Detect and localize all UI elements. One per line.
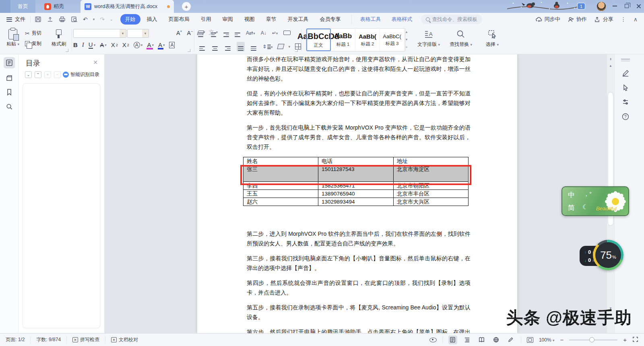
style-item[interactable]: AaBb( 标题 2 [355, 29, 380, 51]
task-pane-button[interactable] [4, 72, 15, 84]
redo-button[interactable]: ↷ [100, 16, 105, 23]
superscript-button[interactable]: X2 [111, 41, 118, 48]
ime-charset-mode[interactable]: 简 [568, 203, 575, 212]
table-cell[interactable]: 赵六 [244, 198, 318, 206]
table-header-cell[interactable]: 电话 [318, 157, 394, 165]
table-header-cell[interactable]: 姓名 [244, 157, 318, 165]
sync-status[interactable]: 同步中 [536, 16, 560, 23]
new-tab-button[interactable]: + [182, 2, 191, 11]
underline-button[interactable]: U▾ [89, 41, 95, 49]
zoom-out-button[interactable]: − [560, 336, 564, 343]
ribbon-tab[interactable]: 审阅 [218, 14, 238, 25]
paste-button[interactable]: 粘贴 ▾ [4, 28, 22, 47]
table-cell[interactable]: 北京市大兴区 [394, 198, 469, 206]
ribbon-tab[interactable]: 开发工具 [283, 14, 314, 25]
share-button[interactable]: 分享 [594, 16, 613, 23]
context-tab[interactable]: 表格样式 [387, 14, 417, 25]
ribbon-tab[interactable]: 引用 [196, 14, 216, 25]
minimize-button[interactable] [609, 0, 621, 12]
ime-toolbar[interactable]: 中 ，° 简 ☾ Beautiful [561, 186, 629, 216]
document-page[interactable]: 而很多小伙伴在玩和平精英游戏开始音时，使用变声器软件，从而让自己的声音变得更加丰… [197, 54, 517, 333]
style-item[interactable]: AaBbCcDd 正文 [306, 29, 331, 51]
context-tab[interactable]: 表格工具 [356, 14, 386, 25]
doc-paragraph[interactable]: 但是，有的小伙伴在玩和平精英时，也想要让自己的开麦声音变声，但是一直苦于不知道如… [247, 89, 471, 117]
scroll-up-button[interactable]: ▲ [608, 63, 613, 68]
tab-docer[interactable]: 稻壳 [44, 0, 64, 13]
highlight-color-button[interactable]: A▾ [147, 41, 154, 48]
pointer-mode-button[interactable] [620, 82, 631, 93]
align-left-button[interactable] [198, 42, 206, 51]
rail-drag-handle[interactable] [621, 58, 630, 62]
ink-mode-button[interactable] [506, 336, 515, 344]
notification-badge[interactable]: 1 [577, 3, 585, 10]
zoom-slider[interactable] [569, 340, 617, 340]
smart-toc-button[interactable]: 智能识别目录 [63, 71, 99, 78]
zoom-level[interactable]: 100% ▾ [539, 337, 555, 343]
page-indicator[interactable]: 页面: 1/2 [0, 336, 31, 344]
font-size-select[interactable]: ▾ [127, 29, 149, 38]
more-options-button[interactable]: ⋮ [621, 16, 626, 23]
fit-page-button[interactable] [527, 337, 533, 343]
sort-button[interactable]: A↓ [261, 30, 266, 36]
italic-button[interactable]: I [82, 41, 84, 48]
table-header-cell[interactable]: 地址 [394, 157, 469, 165]
find-button[interactable] [4, 101, 15, 112]
ribbon-tab[interactable]: 会员专享 [315, 14, 346, 25]
shrink-font-button[interactable]: A− [187, 29, 193, 36]
read-mode-button[interactable] [477, 336, 486, 344]
decrease-indent-button[interactable] [223, 29, 229, 37]
toc-close-button[interactable]: ✕ [93, 59, 98, 66]
cut-button[interactable]: ✂剪切 [25, 30, 41, 37]
bold-button[interactable]: B [73, 41, 78, 48]
tab-home[interactable]: 首页 [10, 0, 35, 13]
toc-zoomin-button[interactable]: + [44, 71, 51, 78]
toc-list-empty[interactable] [23, 83, 100, 328]
file-menu-button[interactable]: 文件 [0, 16, 30, 23]
table-cell[interactable]: 王五 [244, 190, 318, 198]
system-monitor-widget[interactable]: ↑ 0 K/s ↓ 0 K/s 75% [580, 240, 624, 271]
document-area[interactable]: 而很多小伙伴在玩和平精英游戏开始音时，使用变声器软件，从而让自己的声音变得更加丰… [105, 54, 607, 333]
character-shading-button[interactable]: A [169, 42, 175, 48]
grow-font-button[interactable]: A+ [176, 29, 182, 36]
print-layout-view-button[interactable] [448, 336, 457, 344]
toc-zoomout-button[interactable]: − [54, 71, 61, 78]
help-button[interactable]: ? [620, 111, 631, 122]
ribbon-tab[interactable]: 视图 [239, 14, 260, 25]
web-layout-button[interactable] [492, 336, 501, 344]
ime-lang-mode[interactable]: 中 [568, 190, 575, 200]
numbered-list-button[interactable]: ▾ [211, 29, 218, 37]
toc-collapse-button[interactable]: ⌃ [35, 71, 41, 78]
spell-check-button[interactable]: ✕拼写检查 [67, 336, 105, 344]
undo-button[interactable]: ↶ [83, 16, 88, 23]
prev-page-button[interactable]: ⇞ [608, 57, 613, 62]
command-search-box[interactable]: 查找命令、搜索模板 [421, 14, 483, 24]
eye-protect-button[interactable] [429, 338, 437, 342]
doc-paragraph[interactable]: 第一步，首先我们在电脑上下载并安装 MorphVOX Pro 变声软件，它是一款… [247, 123, 471, 152]
justify-button[interactable] [237, 42, 245, 51]
find-replace-button[interactable]: 查找替换 ▾ [447, 28, 475, 48]
collapse-ribbon-button[interactable]: ∧ [634, 16, 638, 23]
show-marks-button[interactable]: ↵▾ [272, 30, 278, 36]
close-button[interactable] [633, 0, 644, 12]
adjust-settings-button[interactable] [620, 97, 631, 107]
shading-button[interactable] [277, 44, 284, 49]
print-preview-button[interactable] [71, 16, 78, 23]
select-button[interactable]: 选择 ▾ [478, 28, 506, 48]
text-layout-button[interactable]: A 文字排版 ▾ [415, 28, 443, 48]
moon-icon[interactable]: ☾ [582, 203, 588, 211]
doc-paragraph[interactable]: 第三步，接着我们找到电脑桌面左下角的【小喇叭】音量图标，然后单击鼠标的右键，在弹… [247, 253, 471, 273]
proofread-button[interactable]: ✕文档校对 [105, 336, 144, 344]
zoom-slider-knob[interactable] [589, 337, 594, 342]
bullet-list-button[interactable]: ▾ [198, 29, 205, 37]
table-cell[interactable]: 13890765940 [318, 190, 394, 198]
page-setup-button[interactable] [283, 31, 291, 35]
maximize-button[interactable] [621, 0, 633, 12]
table-row[interactable]: 王五 13890765940 北京市丰台区 [244, 190, 469, 198]
undo-dropdown[interactable]: ▾ [93, 17, 95, 21]
format-painter-button[interactable]: 格式刷 [49, 28, 68, 47]
ime-punctuation-mode[interactable]: ，° [583, 190, 592, 198]
print-button[interactable] [59, 16, 66, 23]
toc-expand-button[interactable]: ⌄ [25, 71, 32, 78]
tab-document[interactable]: W word表格无法调整行高.docx [80, 0, 174, 13]
doc-paragraph[interactable]: 而很多小伙伴在玩和平精英游戏开始音时，使用变声器软件，从而让自己的声音变得更加丰… [247, 54, 471, 83]
